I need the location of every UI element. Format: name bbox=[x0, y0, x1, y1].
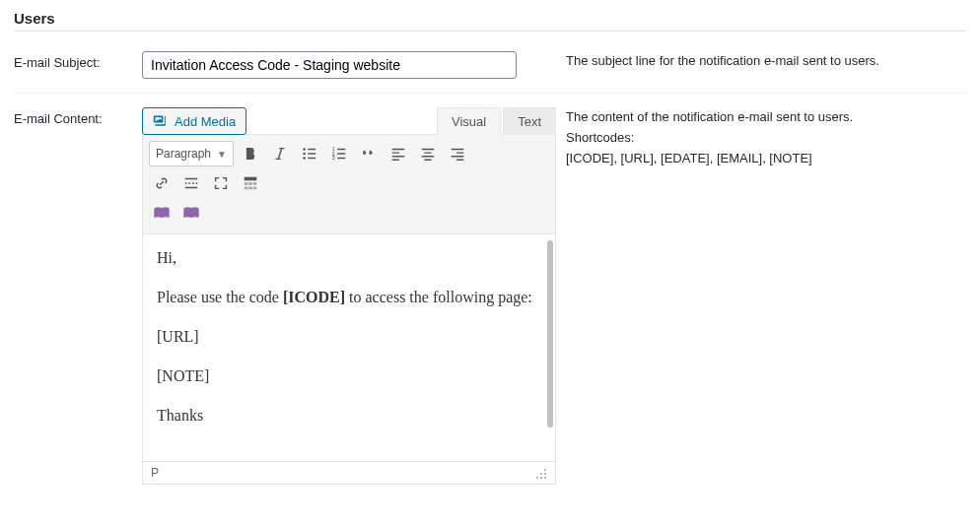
svg-point-1 bbox=[303, 153, 306, 156]
resize-icon bbox=[533, 466, 547, 480]
align-center-button[interactable] bbox=[415, 141, 441, 166]
svg-rect-9 bbox=[253, 182, 257, 185]
align-left-button[interactable] bbox=[385, 141, 411, 166]
italic-icon bbox=[271, 145, 289, 163]
svg-rect-6 bbox=[245, 177, 257, 181]
add-media-button[interactable]: Add Media bbox=[142, 107, 246, 135]
svg-rect-12 bbox=[253, 187, 257, 190]
book-icon bbox=[153, 204, 171, 222]
ul-icon bbox=[301, 145, 318, 163]
fullscreen-icon bbox=[212, 174, 230, 192]
link-icon bbox=[153, 174, 171, 192]
subject-description: The subject line for the notification e-… bbox=[566, 37, 966, 94]
svg-point-14 bbox=[540, 473, 542, 475]
content-description-1: The content of the notification e-mail s… bbox=[566, 107, 956, 128]
svg-point-16 bbox=[536, 477, 538, 479]
format-select-label: Paragraph bbox=[156, 147, 211, 161]
svg-rect-11 bbox=[248, 187, 252, 190]
svg-text:3: 3 bbox=[332, 155, 335, 161]
shortcode-book-button-2[interactable] bbox=[178, 200, 204, 226]
align-left-icon bbox=[389, 145, 407, 163]
read-more-icon bbox=[182, 174, 200, 192]
toolbar-toggle-button[interactable] bbox=[238, 170, 263, 196]
tab-text[interactable]: Text bbox=[503, 107, 556, 135]
fullscreen-button[interactable] bbox=[208, 170, 234, 196]
quote-icon bbox=[360, 145, 378, 163]
editor-status-path: P bbox=[151, 466, 159, 480]
book-icon bbox=[182, 204, 200, 222]
add-media-label: Add Media bbox=[175, 114, 236, 129]
svg-point-0 bbox=[303, 148, 306, 151]
svg-point-18 bbox=[544, 477, 546, 479]
ol-icon: 123 bbox=[330, 145, 348, 163]
svg-point-2 bbox=[303, 157, 306, 160]
italic-button[interactable] bbox=[267, 141, 293, 166]
editor-content-area[interactable]: Hi,Please use the code [ICODE] to access… bbox=[142, 234, 556, 462]
blockquote-button[interactable] bbox=[356, 141, 382, 166]
align-right-icon bbox=[449, 145, 466, 163]
content-label: E-mail Content: bbox=[14, 94, 142, 499]
shortcode-book-button-1[interactable] bbox=[149, 200, 175, 226]
svg-point-13 bbox=[544, 469, 546, 471]
content-description-2: Shortcodes: bbox=[566, 128, 956, 149]
subject-label: E-mail Subject: bbox=[14, 37, 142, 94]
read-more-button[interactable] bbox=[178, 170, 204, 196]
bold-button[interactable] bbox=[238, 141, 263, 166]
tab-visual[interactable]: Visual bbox=[437, 107, 501, 135]
kitchen-sink-icon bbox=[242, 174, 259, 192]
content-description-3: [ICODE], [URL], [EDATE], [EMAIL], [NOTE] bbox=[566, 149, 956, 169]
svg-point-15 bbox=[544, 473, 546, 475]
svg-point-17 bbox=[540, 477, 542, 479]
align-center-icon bbox=[419, 145, 437, 163]
align-right-button[interactable] bbox=[445, 141, 470, 166]
bold-icon bbox=[242, 145, 259, 163]
svg-rect-10 bbox=[245, 187, 248, 190]
editor-toolbar: Paragraph ▼ bbox=[142, 134, 556, 234]
email-subject-input[interactable] bbox=[142, 51, 517, 79]
link-button[interactable] bbox=[149, 170, 175, 196]
resize-grip[interactable] bbox=[533, 466, 547, 480]
media-icon bbox=[153, 113, 169, 129]
scrollbar[interactable] bbox=[547, 240, 553, 428]
ul-button[interactable] bbox=[297, 141, 322, 166]
ol-button[interactable]: 123 bbox=[326, 141, 352, 166]
svg-rect-7 bbox=[245, 182, 248, 185]
svg-rect-8 bbox=[248, 182, 252, 185]
section-title: Users bbox=[14, 6, 966, 32]
chevron-down-icon: ▼ bbox=[217, 149, 227, 160]
format-select[interactable]: Paragraph ▼ bbox=[149, 141, 234, 166]
